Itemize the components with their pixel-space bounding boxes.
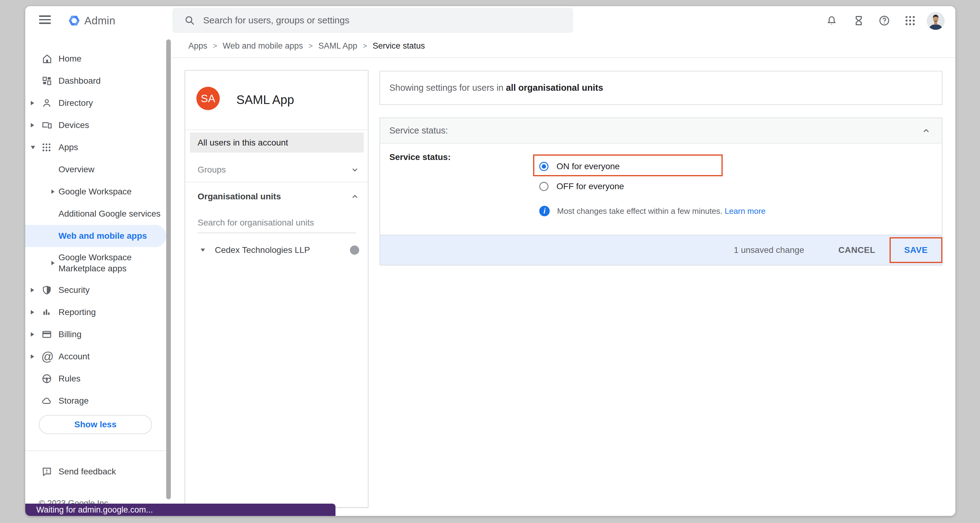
sidebar-item-storage[interactable]: Storage bbox=[25, 390, 166, 412]
google-admin-logo: Admin bbox=[68, 14, 115, 27]
sidebar-item-home[interactable]: Home bbox=[25, 48, 166, 70]
breadcrumb: Apps > Web and mobile apps > SAML App > … bbox=[171, 35, 955, 58]
expand-right-icon bbox=[31, 354, 41, 359]
radio-selected-icon[interactable] bbox=[539, 162, 549, 171]
expand-right-icon bbox=[51, 261, 59, 265]
sidebar-divider bbox=[25, 450, 171, 451]
sidebar-item-directory[interactable]: Directory bbox=[25, 92, 166, 114]
person-icon bbox=[41, 97, 59, 109]
sidebar-item-account[interactable]: @ Account bbox=[25, 345, 166, 368]
admin-hexagon-icon bbox=[68, 14, 81, 27]
org-units-section-toggle[interactable]: Organisational units bbox=[185, 183, 368, 210]
hamburger-menu-icon[interactable] bbox=[39, 15, 51, 25]
breadcrumb-current: Service status bbox=[373, 41, 425, 51]
apps-dots-icon bbox=[41, 142, 59, 153]
sidebar-nav: Home Dashboard Directory bbox=[25, 35, 166, 516]
status-text: Waiting for admin.google.com... bbox=[36, 505, 153, 515]
cloud-icon bbox=[41, 395, 59, 406]
sidebar-item-additional-google-services[interactable]: Additional Google services bbox=[25, 203, 166, 225]
sidebar-item-overview[interactable]: Overview bbox=[25, 159, 166, 181]
notifications-bell-icon[interactable] bbox=[826, 14, 838, 27]
account-avatar[interactable] bbox=[927, 12, 945, 30]
service-status-label: Service status: bbox=[389, 152, 450, 162]
scope-summary-card: Showing settings for users in all organi… bbox=[380, 71, 942, 105]
sidebar-item-security[interactable]: Security bbox=[25, 279, 166, 301]
sidebar-scrollbar[interactable] bbox=[166, 40, 171, 499]
info-icon: i bbox=[539, 206, 550, 216]
chevron-up-icon bbox=[351, 192, 359, 201]
chevron-up-icon bbox=[921, 126, 931, 135]
all-users-scope-item[interactable]: All users in this account bbox=[190, 133, 364, 153]
expand-down-icon bbox=[200, 249, 205, 252]
breadcrumb-saml-app[interactable]: SAML App bbox=[318, 41, 357, 51]
org-unit-search[interactable] bbox=[197, 218, 356, 233]
radio-option-on[interactable]: ON for everyone bbox=[539, 162, 620, 172]
screen-background: Admin bbox=[0, 0, 980, 523]
steering-wheel-icon bbox=[41, 373, 59, 384]
home-icon bbox=[41, 53, 59, 65]
sidebar-item-rules[interactable]: Rules bbox=[25, 368, 166, 390]
save-bar: 1 unsaved change CANCEL SAVE bbox=[380, 235, 942, 265]
scope-prefix-text: Showing settings for users in bbox=[389, 83, 504, 93]
sidebar-item-billing[interactable]: Billing bbox=[25, 323, 166, 345]
bar-chart-icon bbox=[41, 307, 59, 318]
sidebar-item-google-workspace[interactable]: Google Workspace bbox=[25, 181, 166, 203]
org-unit-root-node[interactable]: Cedex Technologies LLP bbox=[185, 240, 368, 260]
credit-card-icon bbox=[41, 329, 59, 340]
app-scope-panel: SA SAML App All users in this account Gr… bbox=[185, 70, 368, 508]
sidebar-item-web-and-mobile-apps[interactable]: Web and mobile apps bbox=[25, 225, 166, 247]
sidebar-item-reporting[interactable]: Reporting bbox=[25, 301, 166, 323]
app-title: SAML App bbox=[236, 93, 294, 107]
devices-icon bbox=[41, 120, 59, 131]
apps-grid-icon[interactable] bbox=[904, 14, 916, 27]
groups-section-toggle[interactable]: Groups bbox=[185, 158, 368, 183]
admin-console-window: Admin bbox=[25, 6, 955, 516]
breadcrumb-separator: > bbox=[309, 41, 313, 50]
learn-more-link[interactable]: Learn more bbox=[724, 207, 765, 216]
expand-right-icon bbox=[31, 332, 41, 337]
chevron-down-icon bbox=[351, 165, 359, 174]
info-note: i Most changes take effect within a few … bbox=[539, 206, 765, 216]
radio-unselected-icon[interactable] bbox=[539, 182, 549, 191]
radio-option-off[interactable]: OFF for everyone bbox=[539, 181, 624, 191]
breadcrumb-web-and-mobile-apps[interactable]: Web and mobile apps bbox=[223, 41, 303, 51]
expand-right-icon bbox=[31, 101, 41, 105]
app-avatar: SA bbox=[196, 87, 220, 110]
sidebar-item-devices[interactable]: Devices bbox=[25, 114, 166, 136]
sidebar-item-apps[interactable]: Apps bbox=[25, 136, 166, 159]
org-unit-search-input[interactable] bbox=[197, 218, 356, 233]
service-status-section-header[interactable]: Service status: bbox=[380, 118, 942, 144]
cancel-button[interactable]: CANCEL bbox=[837, 245, 877, 255]
feedback-icon bbox=[41, 466, 52, 477]
scope-target-text: all organisational units bbox=[506, 83, 603, 93]
expand-down-icon bbox=[31, 146, 41, 149]
section-title: Service status: bbox=[389, 126, 448, 136]
expand-right-icon bbox=[31, 288, 41, 292]
unsaved-changes-text: 1 unsaved change bbox=[734, 245, 804, 255]
product-name: Admin bbox=[84, 14, 115, 27]
top-app-bar: Admin bbox=[25, 6, 955, 35]
expand-right-icon bbox=[51, 189, 59, 194]
at-sign-icon: @ bbox=[41, 351, 59, 362]
expand-right-icon bbox=[31, 123, 41, 127]
info-text: Most changes take effect within a few mi… bbox=[557, 207, 722, 216]
breadcrumb-apps[interactable]: Apps bbox=[188, 41, 207, 51]
org-unit-status-dot bbox=[350, 245, 359, 255]
hourglass-icon[interactable] bbox=[853, 14, 865, 27]
global-search[interactable] bbox=[172, 8, 573, 33]
search-input[interactable] bbox=[202, 15, 542, 26]
service-status-card: Service status: Service status: ON for e… bbox=[380, 118, 942, 265]
show-less-button[interactable]: Show less bbox=[39, 415, 152, 434]
shield-icon bbox=[41, 285, 59, 296]
expand-right-icon bbox=[31, 310, 41, 315]
sidebar-item-marketplace-apps[interactable]: Google Workspace Marketplace apps bbox=[25, 247, 166, 279]
sidebar-item-dashboard[interactable]: Dashboard bbox=[25, 70, 166, 92]
app-header: SA SAML App bbox=[185, 71, 368, 130]
browser-status-bar: Waiting for admin.google.com... bbox=[25, 504, 336, 516]
service-status-body: Service status: ON for everyone OFF for … bbox=[380, 144, 942, 235]
save-button[interactable]: SAVE bbox=[902, 245, 930, 255]
annotation-box-save-button: SAVE bbox=[889, 237, 942, 263]
search-icon bbox=[184, 15, 195, 26]
help-icon[interactable] bbox=[878, 14, 891, 27]
send-feedback-button[interactable]: Send feedback bbox=[41, 466, 116, 477]
